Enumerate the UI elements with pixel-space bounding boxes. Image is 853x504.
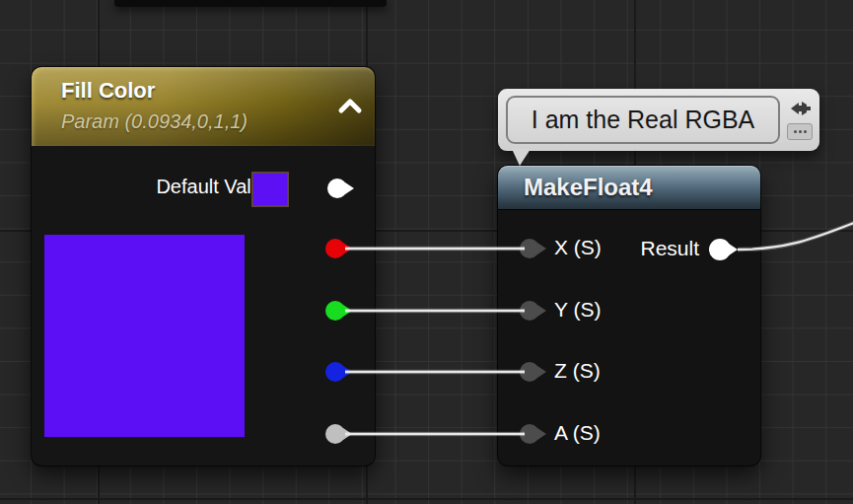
makefloat4-node-header[interactable]: MakeFloat4 [498, 166, 760, 209]
node-subtitle: Param (0.0934,0,1,1) [61, 110, 248, 133]
collapse-button[interactable] [337, 97, 363, 116]
pin-bubble-button[interactable] [789, 100, 813, 117]
z-input-pin[interactable] [520, 362, 539, 382]
more-options-button[interactable] [787, 123, 813, 140]
a-input-pin[interactable] [520, 424, 539, 444]
node-title: MakeFloat4 [524, 174, 653, 201]
g-output-pin[interactable] [325, 301, 345, 321]
comment-bubble-tail [512, 149, 531, 166]
pin-icon [789, 100, 813, 117]
comment-bubble[interactable]: I am the Real RGBA [498, 89, 819, 151]
color-preview [44, 235, 245, 437]
x-input-label: X (S) [554, 236, 602, 259]
r-output-pin[interactable] [325, 239, 345, 258]
more-options-icon [794, 130, 797, 133]
a-output-pin[interactable] [325, 424, 345, 444]
offscreen-node-edge [114, 0, 387, 7]
y-input-pin[interactable] [520, 301, 539, 321]
default-value-label: Default Value [32, 176, 273, 198]
a-input-label: A (S) [554, 421, 601, 445]
z-input-label: Z (S) [554, 359, 601, 383]
node-title: Fill Color [61, 78, 155, 104]
b-output-pin[interactable] [325, 362, 345, 382]
chevron-up-icon [337, 97, 363, 116]
fill-color-node-header[interactable]: Fill Color Param (0.0934,0,1,1) [32, 67, 375, 146]
result-output-label: Result [640, 237, 699, 260]
makefloat4-node[interactable]: MakeFloat4 X (S) Y (S) Z (S) A (S) Resul… [498, 166, 760, 466]
comment-bubble-text[interactable]: I am the Real RGBA [506, 96, 780, 144]
graph-canvas[interactable]: Fill Color Param (0.0934,0,1,1) Default … [0, 0, 853, 504]
x-input-pin[interactable] [520, 239, 539, 258]
default-value-output-pin[interactable] [327, 179, 347, 198]
default-value-swatch[interactable] [251, 172, 289, 207]
y-input-label: Y (S) [554, 298, 601, 322]
result-output-pin[interactable] [709, 239, 731, 260]
fill-color-node[interactable]: Fill Color Param (0.0934,0,1,1) Default … [32, 67, 375, 466]
